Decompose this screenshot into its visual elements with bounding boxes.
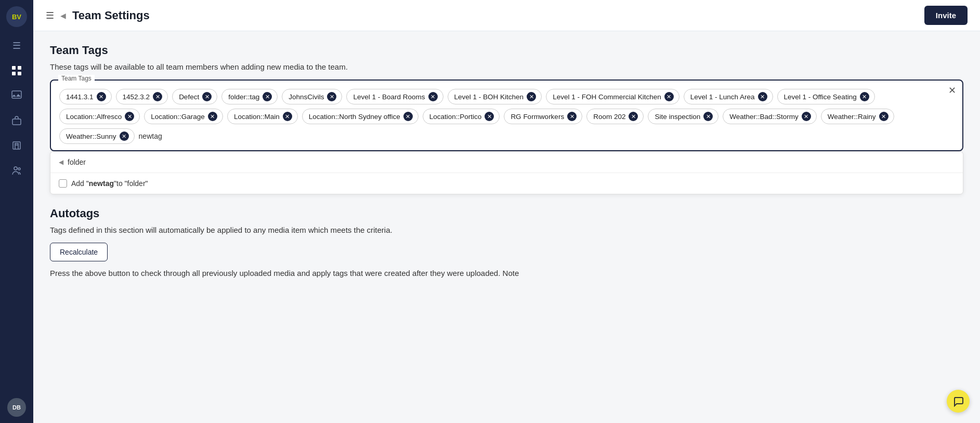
remove-tag-level1-foh[interactable]: ✕ — [664, 92, 674, 101]
invite-button[interactable]: Invite — [924, 6, 968, 25]
tag-level1-boardrooms: Level 1 - Board Rooms✕ — [346, 89, 443, 104]
tag-location-alfresco: Location::Alfresco✕ — [59, 109, 140, 124]
tag-location-garage: Location::Garage✕ — [144, 109, 223, 124]
remove-tag-site-inspection[interactable]: ✕ — [703, 112, 713, 121]
tag-level1-officeseating: Level 1 - Office Seating✕ — [777, 89, 875, 104]
remove-tag-defect[interactable]: ✕ — [202, 92, 212, 101]
recalculate-button[interactable]: Recalculate — [50, 243, 108, 261]
svg-rect-4 — [12, 91, 21, 98]
menu-toggle-icon[interactable]: ☰ — [6, 35, 27, 56]
remove-tag-1441[interactable]: ✕ — [97, 92, 106, 101]
svg-point-8 — [18, 168, 20, 170]
tag-location-main: Location::Main✕ — [227, 109, 298, 124]
add-tag-label: Add "newtag"to "folder" — [71, 179, 148, 188]
tag-level1-foh: Level 1 - FOH Commercial Kitchen✕ — [546, 89, 680, 104]
page-subtitle: Team Tags — [50, 44, 963, 57]
remove-tag-level1-boardrooms[interactable]: ✕ — [428, 92, 438, 101]
briefcase-icon[interactable] — [6, 110, 27, 131]
remove-tag-location-alfresco[interactable]: ✕ — [125, 112, 134, 121]
suggestion-folder-item[interactable]: ◀ folder — [50, 152, 963, 173]
svg-rect-5 — [12, 119, 21, 125]
remove-tag-level1-officeseating[interactable]: ✕ — [860, 92, 869, 101]
back-icon[interactable]: ◀ — [60, 11, 66, 20]
suggestion-add-item[interactable]: Add "newtag"to "folder" — [50, 173, 963, 194]
svg-rect-0 — [12, 66, 16, 70]
tag-weather-stormy: Weather::Bad::Stormy✕ — [723, 109, 817, 124]
remove-tag-location-portico[interactable]: ✕ — [485, 112, 494, 121]
tag-location-portico: Location::Portico✕ — [423, 109, 500, 124]
tag-level1-luncharea: Level 1 - Lunch Area✕ — [684, 89, 773, 104]
team-icon[interactable] — [6, 160, 27, 181]
remove-tag-1452[interactable]: ✕ — [153, 92, 162, 101]
svg-rect-1 — [18, 66, 21, 70]
tag-level1-bohkitchen: Level 1 - BOH Kitchen✕ — [448, 89, 542, 104]
remove-tag-location-northsydney[interactable]: ✕ — [403, 112, 413, 121]
dashboard-icon[interactable] — [6, 60, 27, 81]
team-tags-legend: Team Tags — [58, 75, 95, 82]
remove-tag-location-main[interactable]: ✕ — [283, 112, 292, 121]
close-tags-box-icon[interactable]: ✕ — [948, 85, 956, 96]
tag-location-northsydney: Location::North Sydney office✕ — [302, 109, 419, 124]
suggestion-dropdown: ◀ folder Add "newtag"to "folder" — [50, 151, 963, 194]
tag-1452: 1452.3.2✕ — [116, 89, 168, 104]
building-icon[interactable] — [6, 135, 27, 156]
team-tags-box: Team Tags ✕ 1441.3.1✕ 1452.3.2✕ Defect✕ … — [50, 80, 963, 151]
remove-tag-weather-rainy[interactable]: ✕ — [879, 112, 888, 121]
autotags-section: Autotags Tags defined in this section wi… — [50, 207, 963, 277]
chat-button[interactable] — [947, 390, 970, 413]
tag-site-inspection: Site inspection✕ — [648, 109, 718, 124]
svg-rect-3 — [18, 72, 21, 75]
remove-tag-level1-bohkitchen[interactable]: ✕ — [527, 92, 536, 101]
tags-container: 1441.3.1✕ 1452.3.2✕ Defect✕ folder::tag✕… — [59, 89, 954, 144]
tag-johnscivils: JohnsCivils✕ — [282, 89, 342, 104]
remove-tag-weather-sunny[interactable]: ✕ — [120, 131, 129, 141]
remove-tag-johnscivils[interactable]: ✕ — [327, 92, 336, 101]
tag-weather-rainy: Weather::Rainy✕ — [821, 109, 894, 124]
tag-rg-formworkers: RG Formworkers✕ — [504, 109, 582, 124]
add-tag-checkbox[interactable] — [59, 179, 67, 188]
chevron-icon: ◀ — [59, 158, 63, 166]
tag-folder-tag: folder::tag✕ — [221, 89, 278, 104]
new-tag-input[interactable] — [139, 132, 230, 140]
remove-tag-weather-stormy[interactable]: ✕ — [802, 112, 811, 121]
remove-tag-room202[interactable]: ✕ — [629, 112, 638, 121]
tag-1441: 1441.3.1✕ — [59, 89, 112, 104]
tag-weather-sunny: Weather::Sunny✕ — [59, 128, 135, 144]
remove-tag-rg-formworkers[interactable]: ✕ — [567, 112, 577, 121]
svg-rect-6 — [13, 142, 20, 149]
main-content: ☰ ◀ Team Settings Invite Team Tags These… — [33, 0, 980, 423]
page-content: Team Tags These tags will be available t… — [33, 31, 980, 423]
page-title: Team Settings — [72, 9, 918, 22]
autotags-title: Autotags — [50, 207, 963, 220]
svg-rect-2 — [12, 72, 16, 75]
sidebar: BV ☰ DB — [0, 0, 33, 423]
user-avatar[interactable]: DB — [7, 398, 26, 417]
page-description: These tags will be available to all team… — [50, 62, 963, 71]
remove-tag-location-garage[interactable]: ✕ — [208, 112, 217, 121]
remove-tag-level1-luncharea[interactable]: ✕ — [758, 92, 767, 101]
sidebar-logo[interactable]: BV — [6, 6, 27, 27]
tag-defect: Defect✕ — [172, 89, 217, 104]
remove-tag-folder-tag[interactable]: ✕ — [263, 92, 272, 101]
header: ☰ ◀ Team Settings Invite — [33, 0, 980, 31]
svg-point-7 — [14, 167, 17, 170]
gallery-icon[interactable] — [6, 85, 27, 106]
new-tag-highlight: newtag — [89, 179, 114, 188]
autotags-description: Tags defined in this section will automa… — [50, 226, 963, 234]
hamburger-icon[interactable]: ☰ — [46, 10, 54, 21]
tag-room202: Room 202✕ — [586, 109, 644, 124]
folder-label: folder — [68, 158, 86, 166]
recalculate-note: Press the above button to check through … — [50, 269, 963, 277]
